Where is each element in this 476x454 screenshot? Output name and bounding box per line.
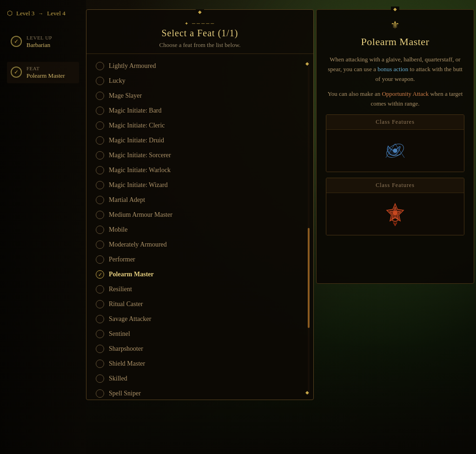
check-icon-feat: ✓ <box>11 67 22 78</box>
feat-name: Ritual Caster <box>109 300 143 308</box>
level-to: Level 4 <box>47 10 65 17</box>
feat-name: Moderately Armoured <box>109 241 167 248</box>
detail-icon-wrapper: ⚜ <box>326 19 464 31</box>
level-progress: ⬡ Level 3 → Level 4 <box>7 9 79 17</box>
feat-list-item[interactable]: Martial Adept <box>93 193 306 207</box>
feat-name: Mobile <box>109 226 127 234</box>
feat-detail-description: When attacking with a glaive, halberd, q… <box>326 55 464 84</box>
scrollbar-track[interactable]: ◆ ◆ <box>308 61 310 395</box>
sidebar-step-feat[interactable]: ✓ Feat Polearm Master <box>7 62 79 83</box>
feat-list-item[interactable]: Shield Master <box>93 356 306 371</box>
feat-name: Shield Master <box>109 360 145 367</box>
feat-name: Resilient <box>109 286 132 293</box>
level-icon: ⬡ <box>7 9 13 17</box>
feat-radio <box>96 226 104 234</box>
feat-radio <box>96 136 104 145</box>
opportunity-text: Opportunity Attack <box>382 90 429 97</box>
svg-point-1 <box>393 149 397 153</box>
step-label-feat: Feat <box>26 66 65 71</box>
svg-point-2 <box>393 211 397 215</box>
feat-list-item[interactable]: Moderately Armoured <box>93 237 306 252</box>
feat-list-item[interactable]: Lightly Armoured <box>93 59 306 73</box>
feat-name: Sentinel <box>109 330 130 338</box>
feat-list-item[interactable]: Magic Initiate: Druid <box>93 133 306 148</box>
feat-radio <box>96 345 104 353</box>
feat-radio <box>96 92 104 100</box>
feat-list-item[interactable]: Magic Initiate: Warlock <box>93 163 306 178</box>
feat-name: Savage Attacker <box>109 315 151 323</box>
feat-name: Magic Initiate: Druid <box>109 137 164 144</box>
desc-text-3: You can also make an <box>328 90 382 97</box>
feat-list-item[interactable]: Performer <box>93 252 306 267</box>
feat-name: Skilled <box>109 375 127 382</box>
class-feature-card-1: Class Features <box>326 114 464 172</box>
feat-list-item[interactable]: Sentinel <box>93 327 306 341</box>
step-label-levelup: Level Up <box>26 35 52 40</box>
feat-radio <box>96 330 104 338</box>
feat-list-item[interactable]: Skilled <box>93 371 306 386</box>
sidebar: ⬡ Level 3 → Level 4 ✓ Level Up Barbarian… <box>0 0 86 454</box>
feat-list-item[interactable]: Resilient <box>93 282 306 297</box>
feat-list-item[interactable]: Magic Initiate: Bard <box>93 103 306 118</box>
scrollbar-top-diamond: ◆ <box>305 61 309 66</box>
feat-name: Medium Armour Master <box>109 211 172 219</box>
feat-list: Lightly ArmouredLuckyMage SlayerMagic In… <box>86 54 313 402</box>
feat-name: Magic Initiate: Sorcerer <box>109 152 171 159</box>
feat-radio <box>96 315 104 323</box>
feat-radio <box>96 181 104 189</box>
feat-list-item[interactable]: Magic Initiate: Wizard <box>93 178 306 193</box>
feat-radio <box>96 389 104 398</box>
feat-list-item[interactable]: Medium Armour Master <box>93 207 306 222</box>
feat-list-item[interactable]: Magic Initiate: Sorcerer <box>93 148 306 163</box>
bonus-action-text: bonus action <box>377 66 408 73</box>
feat-radio <box>96 62 104 70</box>
feat-select-panel: ✦ ───── Select a Feat (1/1) Choose a fea… <box>86 9 314 400</box>
feat-list-item[interactable]: Magic Initiate: Cleric <box>93 118 306 133</box>
feat-radio <box>96 166 104 174</box>
feat-list-item[interactable]: Tavern Brawler <box>93 401 306 402</box>
sidebar-step-levelup[interactable]: ✓ Level Up Barbarian <box>7 31 79 53</box>
feat-radio <box>96 300 104 308</box>
feat-name: Magic Initiate: Wizard <box>109 181 168 189</box>
feat-list-item[interactable]: Mage Slayer <box>93 88 306 103</box>
feat-list-item[interactable]: Lucky <box>93 73 306 88</box>
class-feature-label-2: Class Features <box>326 178 464 193</box>
feat-radio <box>96 255 104 264</box>
level-from: Level 3 <box>16 10 34 17</box>
class-feature-card-2: Class Features <box>326 178 464 235</box>
step-value-levelup: Barbarian <box>26 41 52 49</box>
feat-radio <box>96 240 104 249</box>
panel-header: ✦ ───── Select a Feat (1/1) Choose a fea… <box>86 10 313 54</box>
feat-list-item[interactable]: Savage Attacker <box>93 312 306 327</box>
feat-radio <box>96 285 104 294</box>
check-icon-levelup: ✓ <box>11 36 22 47</box>
class-feature-label-1: Class Features <box>326 115 464 130</box>
feat-name: Spell Sniper <box>109 390 141 397</box>
class-feature-icon-area-2 <box>326 193 464 235</box>
panel-title: Select a Feat (1/1) <box>96 28 304 39</box>
feat-name: Magic Initiate: Bard <box>109 107 162 114</box>
scrollbar-thumb[interactable] <box>308 228 310 328</box>
feat-detail-panel: ⚜ Polearm Master When attacking with a g… <box>316 9 474 284</box>
feat-list-item[interactable]: Sharpshooter <box>93 341 306 356</box>
feat-detail-title: Polearm Master <box>326 36 464 48</box>
feat-list-item[interactable]: Polearm Master <box>93 267 306 282</box>
feat-radio <box>96 151 104 160</box>
feat-name: Lucky <box>109 77 126 85</box>
feat-name: Magic Initiate: Cleric <box>109 122 165 129</box>
feat-name: Polearm Master <box>109 271 154 278</box>
feat-name: Lightly Armoured <box>109 62 156 70</box>
step-value-feat: Polearm Master <box>26 72 65 80</box>
step-text-levelup: Level Up Barbarian <box>26 35 52 49</box>
feat-detail-icon: ⚜ <box>390 19 400 31</box>
feat-radio <box>96 121 104 130</box>
feat-radio <box>96 360 104 368</box>
feat-detail-description-2: You can also make an Opportunity Attack … <box>326 89 464 109</box>
step-text-feat: Feat Polearm Master <box>26 66 65 80</box>
arrow-icon: → <box>38 11 43 16</box>
feat-list-item[interactable]: Spell Sniper <box>93 386 306 401</box>
feat-list-item[interactable]: Mobile <box>93 222 306 237</box>
feat-radio <box>96 107 104 115</box>
feat-radio <box>96 270 104 279</box>
feat-list-item[interactable]: Ritual Caster <box>93 297 306 312</box>
